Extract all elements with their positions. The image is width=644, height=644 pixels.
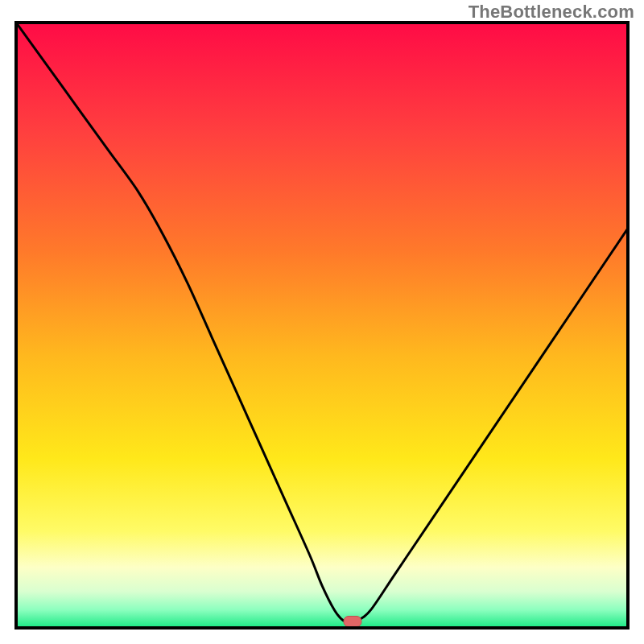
watermark-text: TheBottleneck.com (469, 2, 634, 23)
chart-container: TheBottleneck.com (0, 0, 644, 644)
gradient-background (16, 23, 628, 628)
optimum-marker (344, 616, 361, 626)
bottleneck-chart (0, 0, 644, 644)
